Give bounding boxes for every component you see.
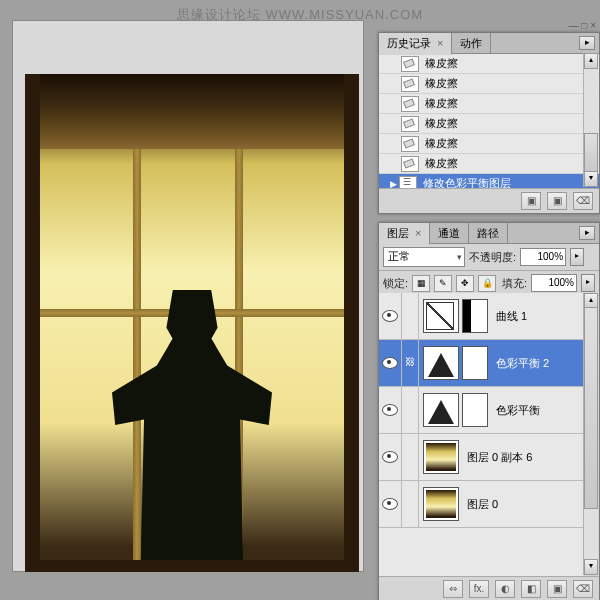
history-item-label: 橡皮擦: [425, 76, 458, 91]
layer-item[interactable]: 图层 0: [379, 481, 584, 528]
visibility-toggle[interactable]: [379, 481, 402, 527]
eraser-icon: [401, 116, 419, 132]
scroll-up-icon[interactable]: ▴: [584, 53, 598, 69]
eye-icon: [382, 310, 398, 322]
eraser-icon: [401, 156, 419, 172]
eraser-icon: [401, 76, 419, 92]
eye-icon: [382, 404, 398, 416]
footer-button[interactable]: ▣: [547, 580, 567, 598]
eraser-icon: [401, 56, 419, 72]
fill-flyout-icon[interactable]: ▸: [581, 274, 595, 292]
footer-button[interactable]: ▣: [521, 192, 541, 210]
layer-mask-thumb[interactable]: [462, 393, 488, 427]
eye-icon: [382, 451, 398, 463]
visibility-toggle[interactable]: [379, 434, 402, 480]
layer-item[interactable]: 色彩平衡: [379, 387, 584, 434]
eye-icon: [382, 357, 398, 369]
history-item-label: 修改色彩平衡图层: [423, 176, 511, 188]
visibility-toggle[interactable]: [379, 387, 402, 433]
layer-item[interactable]: 曲线 1: [379, 293, 584, 340]
layer-mask-thumb[interactable]: [462, 346, 488, 380]
history-item-label: 橡皮擦: [425, 96, 458, 111]
layer-name-label[interactable]: 图层 0 副本 6: [467, 450, 532, 465]
scroll-down-icon[interactable]: ▾: [584, 171, 598, 187]
layer-mask-thumb[interactable]: [462, 299, 488, 333]
eraser-icon: [401, 136, 419, 152]
visibility-toggle[interactable]: [379, 293, 402, 339]
lock-position-icon[interactable]: ✥: [456, 275, 474, 292]
tab-channels[interactable]: 通道: [430, 223, 469, 243]
opacity-label: 不透明度:: [469, 250, 516, 265]
lock-label: 锁定:: [383, 276, 408, 291]
history-scrollbar[interactable]: ▴ ▾: [583, 53, 598, 187]
layer-thumb[interactable]: [423, 440, 459, 474]
scroll-down-icon[interactable]: ▾: [584, 559, 598, 575]
lock-transparency-icon[interactable]: ▦: [412, 275, 430, 292]
history-item-label: 橡皮擦: [425, 156, 458, 171]
visibility-toggle[interactable]: [379, 340, 402, 386]
layers-footer: ⇔fx.◐◧▣⌫: [379, 576, 599, 600]
scroll-thumb[interactable]: [584, 133, 598, 173]
layer-name-label[interactable]: 色彩平衡 2: [496, 356, 549, 371]
footer-button[interactable]: ⌫: [573, 192, 593, 210]
layer-item[interactable]: 图层 0 副本 6: [379, 434, 584, 481]
tab-paths[interactable]: 路径: [469, 223, 508, 243]
link-col[interactable]: ⛓: [402, 340, 419, 386]
close-icon[interactable]: ×: [415, 227, 421, 239]
opacity-input[interactable]: 100%: [520, 248, 566, 266]
tab-layers[interactable]: 图层×: [379, 223, 430, 245]
layer-options-row: 正常 不透明度: 100% ▸: [379, 244, 599, 271]
link-col[interactable]: [402, 481, 419, 527]
footer-button[interactable]: ◧: [521, 580, 541, 598]
panel-menu-icon[interactable]: ▸: [579, 36, 595, 50]
layer-item[interactable]: ⛓色彩平衡 2: [379, 340, 584, 387]
photo-image: [25, 74, 359, 572]
blend-mode-select[interactable]: 正常: [383, 247, 465, 267]
lock-all-icon[interactable]: 🔒: [478, 275, 496, 292]
adjust-icon: [399, 176, 417, 189]
tab-history[interactable]: 历史记录×: [379, 33, 452, 55]
history-item[interactable]: 橡皮擦: [379, 154, 599, 174]
layer-name-label[interactable]: 色彩平衡: [496, 403, 540, 418]
document-canvas[interactable]: [12, 20, 364, 572]
layer-name-label[interactable]: 图层 0: [467, 497, 498, 512]
history-item[interactable]: 橡皮擦: [379, 94, 599, 114]
history-tabs: 历史记录× 动作 ▸: [379, 33, 599, 54]
panel-menu-icon[interactable]: ▸: [579, 226, 595, 240]
history-list[interactable]: 橡皮擦橡皮擦橡皮擦橡皮擦橡皮擦橡皮擦▶修改色彩平衡图层: [379, 54, 599, 188]
layer-thumb[interactable]: [423, 487, 459, 521]
eye-icon: [382, 498, 398, 510]
scroll-thumb[interactable]: [584, 307, 598, 509]
history-item-label: 橡皮擦: [425, 136, 458, 151]
pointer-icon: ▶: [387, 179, 399, 189]
history-item[interactable]: 橡皮擦: [379, 54, 599, 74]
fill-label: 填充:: [502, 276, 527, 291]
layer-list[interactable]: 曲线 1⛓色彩平衡 2色彩平衡图层 0 副本 6图层 0: [379, 293, 584, 577]
footer-button[interactable]: ▣: [547, 192, 567, 210]
layer-thumb[interactable]: [423, 393, 459, 427]
history-item[interactable]: ▶修改色彩平衡图层: [379, 174, 599, 188]
history-item-label: 橡皮擦: [425, 116, 458, 131]
fill-input[interactable]: 100%: [531, 274, 577, 292]
history-panel: 历史记录× 动作 ▸ 橡皮擦橡皮擦橡皮擦橡皮擦橡皮擦橡皮擦▶修改色彩平衡图层 ▴…: [378, 32, 600, 214]
lock-pixels-icon[interactable]: ✎: [434, 275, 452, 292]
opacity-flyout-icon[interactable]: ▸: [570, 248, 584, 266]
layer-thumb[interactable]: [423, 346, 459, 380]
history-item[interactable]: 橡皮擦: [379, 134, 599, 154]
footer-button[interactable]: ⇔: [443, 580, 463, 598]
layer-name-label[interactable]: 曲线 1: [496, 309, 527, 324]
history-item[interactable]: 橡皮擦: [379, 74, 599, 94]
link-col[interactable]: [402, 434, 419, 480]
history-item[interactable]: 橡皮擦: [379, 114, 599, 134]
close-icon[interactable]: ×: [437, 37, 443, 49]
footer-button[interactable]: fx.: [469, 580, 489, 598]
layers-scrollbar[interactable]: ▴ ▾: [583, 293, 598, 575]
layer-thumb[interactable]: [423, 299, 459, 333]
footer-button[interactable]: ⌫: [573, 580, 593, 598]
layers-tabs: 图层× 通道 路径 ▸: [379, 223, 599, 244]
tab-actions[interactable]: 动作: [452, 33, 491, 53]
link-col[interactable]: [402, 387, 419, 433]
link-col[interactable]: [402, 293, 419, 339]
footer-button[interactable]: ◐: [495, 580, 515, 598]
watermark-text: 思缘设计论坛 WWW.MISSYUAN.COM: [177, 6, 423, 24]
